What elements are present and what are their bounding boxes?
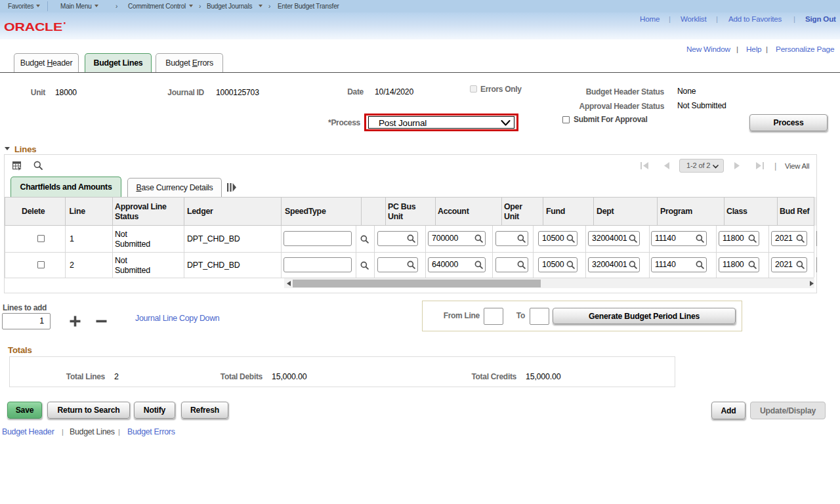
svg-text:ORACLE: ORACLE — [4, 21, 62, 33]
